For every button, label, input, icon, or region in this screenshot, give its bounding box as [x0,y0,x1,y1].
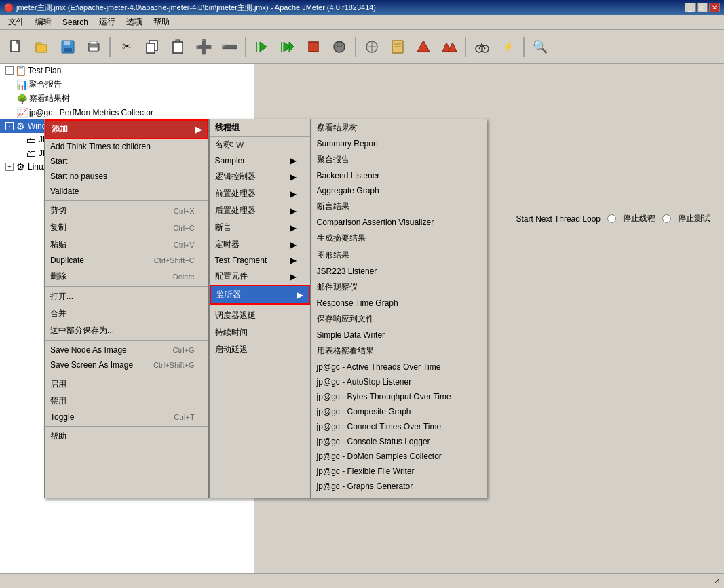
menu-duplicate[interactable]: Duplicate Ctrl+Shift+C [45,253,208,268]
toolbar-debug[interactable] [250,35,274,59]
menu-run[interactable]: 运行 [94,15,121,29]
menu-search[interactable]: Search [57,16,94,28]
listener-response-time-graph[interactable]: Response Time Graph [311,296,487,311]
menu-help[interactable]: 帮助 [148,15,175,29]
menu-help[interactable]: 帮助 [45,428,208,445]
listener-hits-per-second[interactable]: jp@gc - Hits per Second [311,494,487,498]
add-listener[interactable]: 监听器 ▶ [210,285,310,305]
tree-item-result-tree[interactable]: 🌳 察看结果树 [0,92,254,106]
menu-file[interactable]: 文件 [3,15,30,29]
minimize-button[interactable]: _ [685,3,696,12]
menu-copy[interactable]: 复制 Ctrl+C [45,219,208,236]
menu-options[interactable]: 选项 [121,15,148,29]
toolbar-template[interactable] [385,35,410,59]
add-startup-delay[interactable]: 启动延迟 [210,341,310,358]
close-button[interactable]: ✕ [709,3,720,12]
listener-simple-data[interactable]: Simple Data Writer [311,328,487,342]
listener-summary-results[interactable]: 生成摘要结果 [311,230,487,247]
listener-agg-report[interactable]: 聚合报告 [311,151,487,168]
listener-view-result-tree[interactable]: 察看结果树 [311,119,487,136]
toolbar-paste[interactable] [166,35,190,59]
toolbar-remove[interactable]: ➖ [217,35,242,59]
toolbar-clear-all[interactable] [437,35,461,59]
menu-add-think-times[interactable]: Add Think Times to children [45,139,208,154]
menu-toggle[interactable]: Toggle Ctrl+T [45,410,208,425]
radio-stop-thread[interactable] [607,214,616,223]
menu-merge[interactable]: 合并 [45,305,208,322]
toolbar-open[interactable] [30,35,54,59]
menu-delete[interactable]: 删除 Delete [45,268,208,285]
toolbar-save[interactable] [56,35,80,59]
toolbar-print[interactable] [81,35,106,59]
listener-composite-graph[interactable]: jp@gc - Composite Graph [311,404,487,419]
listener-agg-graph[interactable]: Aggregate Graph [311,183,487,198]
tree-toggle-test-plan[interactable]: - [5,66,14,75]
listener-summary-report[interactable]: Summary Report [311,136,487,151]
menu-start[interactable]: Start [45,154,208,169]
toolbar-cut[interactable]: ✂ [114,35,138,59]
add-sampler[interactable]: Sampler ▶ [210,153,310,168]
add-logic-controller[interactable]: 逻辑控制器 ▶ [210,168,310,185]
toolbar-search[interactable]: 🔍 [528,35,552,59]
add-post-processor[interactable]: 后置处理器 ▶ [210,202,310,219]
listener-console-status[interactable]: jp@gc - Console Status Logger [311,434,487,449]
tree-item-test-plan[interactable]: - 📋 Test Plan [0,64,254,77]
tree-toggle-linux[interactable]: + [5,163,14,171]
listener-flexible-file[interactable]: jp@gc - Flexible File Writer [311,464,487,479]
menu-cut[interactable]: 剪切 Ctrl+X [45,202,208,219]
menu-edit[interactable]: 编辑 [30,15,57,29]
toolbar-add[interactable]: ➕ [191,35,216,59]
toolbar-bicycle[interactable] [470,35,494,59]
name-value-label: W [236,140,244,150]
toolbar-stop[interactable] [301,35,326,59]
listener-dbmon[interactable]: jp@gc - DbMon Samples Collector [311,449,487,464]
listener-table-view[interactable]: 用表格察看结果 [311,342,487,359]
listener-graphs-generator[interactable]: jp@gc - Graphs Generator [311,479,487,494]
menu-disable[interactable]: 禁用 [45,393,208,410]
toolbar-shutdown[interactable] [327,35,351,59]
toolbar-remote-all[interactable] [360,35,384,59]
radio-stop-test[interactable] [662,214,671,223]
listener-graph[interactable]: 图形结果 [311,247,487,264]
menu-enable[interactable]: 启用 [45,376,208,393]
add-config[interactable]: 配置元件 ▶ [210,268,310,285]
maximize-button[interactable]: □ [697,3,708,12]
tree-toggle-windows[interactable]: - [5,122,14,130]
toolbar-run-no-pause[interactable] [275,35,300,59]
listener-jsr223[interactable]: JSR223 Listener [311,264,487,279]
toolbar-function[interactable]: ⚡ [495,35,520,59]
menu-paste[interactable]: 粘贴 Ctrl+V [45,236,208,253]
listener-autostop[interactable]: jp@gc - AutoStop Listener [311,374,487,389]
thread-group-header: 线程组 [210,119,310,137]
separator-5 [45,426,208,427]
menu-add[interactable]: 添加 ▶ [45,119,208,139]
add-scheduler-delay[interactable]: 调度器迟延 [210,307,310,324]
add-duration[interactable]: 持续时间 [210,324,310,341]
listener-comparison[interactable]: Comparison Assertion Visualizer [311,215,487,230]
add-assertion[interactable]: 断言 ▶ [210,219,310,236]
menu-validate[interactable]: Validate [45,184,208,199]
toolbar-new[interactable] [4,35,28,59]
listener-active-threads[interactable]: jp@gc - Active Threads Over Time [311,359,487,374]
add-timer[interactable]: 定时器 ▶ [210,236,310,253]
context-menu-primary: 添加 ▶ Add Think Times to children Start S… [44,119,209,498]
toolbar-copy[interactable] [140,35,164,59]
tree-item-agg-report[interactable]: 📊 聚合报告 [0,77,254,92]
test-plan-label: Test Plan [28,66,61,75]
listener-connect-times[interactable]: jp@gc - Connect Times Over Time [311,419,487,434]
add-pre-processor[interactable]: 前置处理器 ▶ [210,185,310,202]
menu-save-partial[interactable]: 送中部分保存为... [45,322,208,339]
menu-open[interactable]: 打开... [45,288,208,305]
listener-assertion-result[interactable]: 断言结果 [311,198,487,215]
listener-mail[interactable]: 邮件观察仪 [311,279,487,296]
menu-start-no-pauses[interactable]: Start no pauses [45,169,208,184]
toolbar-clear[interactable]: ! [411,35,436,59]
listener-backend[interactable]: Backend Listener [311,168,487,183]
menu-bar: 文件 编辑 Search 运行 选项 帮助 [0,15,724,30]
listener-bytes-throughput[interactable]: jp@gc - Bytes Throughput Over Time [311,389,487,404]
listener-save-response[interactable]: 保存响应到文件 [311,311,487,328]
menu-save-screen-image[interactable]: Save Screen As Image Ctrl+Shift+G [45,357,208,372]
menu-save-node-image[interactable]: Save Node As Image Ctrl+G [45,342,208,357]
add-test-fragment[interactable]: Test Fragment ▶ [210,253,310,268]
tree-item-perfmon[interactable]: 📈 jp@gc - PerfMon Metrics Collector [0,106,254,119]
